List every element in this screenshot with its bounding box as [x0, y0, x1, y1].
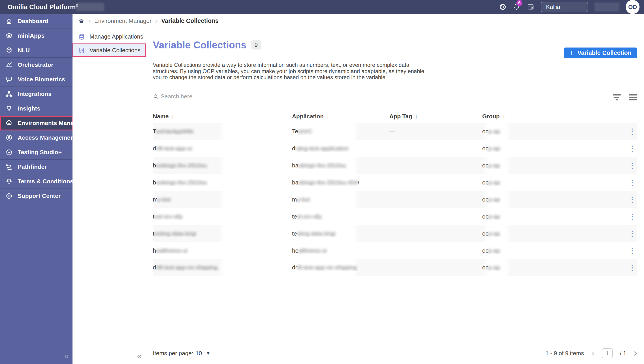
row-actions-kebab[interactable]: ⋮: [627, 264, 637, 271]
variable-collections-table: Name↓ Application↓ App Tag↓ Group↓ TestV…: [153, 110, 637, 276]
table-footer: Items per page: 10 ▼ 1 - 9 of 9 items ‹ …: [153, 348, 637, 358]
table-header: Name↓ Application↓ App Tag↓ Group↓: [153, 110, 637, 123]
column-header-application[interactable]: Application↓: [292, 113, 389, 120]
help-wheel-icon[interactable]: [499, 3, 506, 11]
home-icon: [5, 18, 13, 25]
page-description: Variable Collections provide a way to st…: [153, 62, 425, 80]
layers-icon: [5, 32, 13, 40]
table-toolbar: [153, 93, 637, 102]
next-page-chevron[interactable]: ›: [634, 348, 637, 358]
topbar-actions: 6 Kallia OD: [499, 0, 644, 14]
sidebar-item-label: miniApps: [18, 32, 44, 39]
row-actions-kebab[interactable]: ⋮: [627, 127, 637, 135]
subnav-item-manage-applications[interactable]: Manage Applications: [72, 30, 146, 44]
badge-check-icon: [5, 149, 13, 156]
subnav-item-variable-collections[interactable]: Variable Collections: [72, 44, 146, 57]
redacted-tenant-label: [76, 3, 104, 11]
sidebar-item-orchestrator[interactable]: Orchestrator: [0, 58, 72, 72]
nodes-icon: [5, 90, 13, 98]
column-header-name[interactable]: Name↓: [153, 113, 292, 120]
topbar-divider: [73, 3, 74, 11]
add-variable-collection-button[interactable]: + Variable Collection: [564, 48, 637, 58]
scales-icon: [5, 178, 13, 185]
database-icon: [78, 33, 85, 40]
redacted-user-label: [594, 3, 620, 12]
sidebar-item-integrations[interactable]: Integrations: [0, 87, 72, 101]
items-per-page-control[interactable]: Items per page: 10 ▼: [153, 350, 210, 357]
list-view-icon[interactable]: [629, 94, 637, 100]
row-actions-kebab[interactable]: ⋮: [627, 144, 637, 152]
sidebar-item-label: Voice Biometrics: [18, 76, 65, 83]
code-brackets-icon: [78, 47, 85, 54]
cell-app-tag: —: [389, 213, 482, 220]
route-icon: [5, 163, 13, 170]
subnav-item-label: Manage Applications: [90, 33, 143, 40]
add-button-label: Variable Collection: [577, 50, 632, 57]
dropdown-caret-icon: ▼: [206, 351, 210, 356]
sidebar-item-label: Orchestrator: [18, 61, 54, 68]
sort-arrow-icon: ↓: [172, 113, 174, 120]
cell-app-tag: —: [389, 145, 482, 152]
sidebar-item-nlu[interactable]: NLU: [0, 43, 72, 58]
sidebar-item-label: Dashboard: [18, 18, 48, 25]
sidebar-item-insights[interactable]: Insights: [0, 101, 72, 116]
gear-user-icon: [5, 134, 13, 141]
kallia-assistant-button[interactable]: Kallia: [540, 2, 588, 12]
total-pages-text: / 1: [620, 350, 626, 357]
breadcrumb-current-page: Variable Collections: [161, 18, 218, 25]
row-actions-kebab[interactable]: ⋮: [627, 196, 637, 203]
sort-arrow-icon: ↓: [502, 113, 505, 120]
previous-page-chevron[interactable]: ‹: [591, 348, 595, 358]
sidebar-item-terms-conditions[interactable]: Terms & Conditions ▴: [0, 174, 72, 189]
plus-icon: +: [570, 49, 574, 57]
filter-icon[interactable]: [613, 94, 621, 100]
cell-application: baokings-fes-2910su-404/: [292, 179, 389, 186]
release-notes-icon[interactable]: [527, 3, 534, 11]
cell-application: baokings-fes-2910su: [292, 162, 389, 169]
primary-sidebar: Dashboard miniApps NLU Orchestrator Voic…: [0, 14, 72, 364]
sidebar-item-miniapps[interactable]: miniApps: [0, 29, 72, 43]
sidebar-item-label: Testing Studio+: [18, 149, 62, 156]
voice-bubble-icon: [5, 76, 13, 83]
sidebar-item-support-center[interactable]: Support Center: [0, 189, 72, 203]
cell-application: dialog-test-application: [292, 145, 389, 152]
column-header-app-tag[interactable]: App Tag↓: [389, 113, 482, 120]
row-actions-kebab[interactable]: ⋮: [627, 247, 637, 254]
row-actions-kebab[interactable]: ⋮: [627, 230, 637, 237]
subnav-item-label: Variable Collections: [90, 47, 140, 54]
sidebar-item-label: Support Center: [18, 193, 61, 200]
brand[interactable]: Omilia Cloud Platform®: [0, 3, 72, 11]
at-sign-icon: [5, 192, 13, 200]
breadcrumb-separator: ›: [155, 18, 157, 25]
notifications-bell[interactable]: 6: [513, 3, 520, 11]
search-icon: [153, 93, 159, 100]
search-input[interactable]: [161, 93, 216, 100]
sort-arrow-icon: ↓: [415, 113, 418, 120]
sidebar-collapse-chevron[interactable]: «: [64, 351, 69, 361]
sidebar-item-access-management[interactable]: Access Management: [0, 130, 72, 145]
lightbulb-icon: [5, 105, 13, 112]
sidebar-item-testing-studio[interactable]: Testing Studio+: [0, 145, 72, 159]
sidebar-item-label: NLU: [18, 47, 30, 54]
sidebar-item-pathfinder[interactable]: Pathfinder: [0, 159, 72, 174]
cell-app-tag: —: [389, 179, 482, 186]
avatar[interactable]: OD: [626, 0, 640, 14]
row-actions-kebab[interactable]: ⋮: [627, 162, 637, 169]
pagination: 1 - 9 of 9 items ‹ 1 / 1 ›: [546, 348, 637, 358]
count-badge: 9: [251, 40, 261, 50]
row-actions-kebab[interactable]: ⋮: [627, 213, 637, 220]
home-breadcrumb-icon[interactable]: [78, 18, 84, 24]
breadcrumb-section-link[interactable]: Environment Manager: [94, 18, 152, 25]
main-content: Variable Collections 9 + Variable Collec…: [146, 28, 644, 364]
sidebar-item-label: Terms & Conditions: [18, 178, 74, 185]
flow-chart-icon: [5, 61, 13, 69]
sidebar-item-dashboard[interactable]: Dashboard: [0, 14, 72, 29]
column-header-group[interactable]: Group↓: [482, 113, 624, 120]
breadcrumb-separator: ›: [88, 18, 90, 25]
current-page-input[interactable]: 1: [602, 348, 613, 358]
sidebar-item-voice-biometrics[interactable]: Voice Biometrics: [0, 72, 72, 87]
row-actions-kebab[interactable]: ⋮: [627, 179, 637, 186]
subnav-collapse-chevron[interactable]: «: [137, 351, 142, 361]
sidebar-item-environments-manager[interactable]: Environments Manager: [0, 116, 72, 130]
sidebar-item-label: Access Management: [18, 134, 76, 141]
